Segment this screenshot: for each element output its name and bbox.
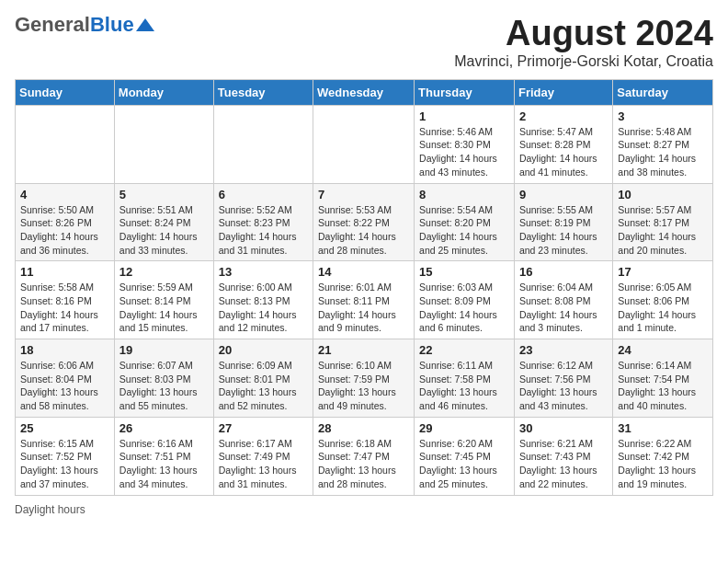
- title-block: August 2024 Mavrinci, Primorje-Gorski Ko…: [454, 15, 713, 70]
- calendar-cell: 26Sunrise: 6:16 AM Sunset: 7:51 PM Dayli…: [114, 417, 213, 495]
- cell-date: 16: [519, 265, 608, 279]
- calendar-cell: 24Sunrise: 6:14 AM Sunset: 7:54 PM Dayli…: [613, 339, 713, 418]
- logo-icon: [136, 15, 156, 35]
- calendar-cell: 25Sunrise: 6:15 AM Sunset: 7:52 PM Dayli…: [16, 417, 115, 495]
- cell-date: 17: [618, 265, 708, 279]
- cell-date: 22: [419, 343, 509, 357]
- calendar-day-header: Sunday: [16, 79, 115, 105]
- cell-info: Sunrise: 5:53 AM Sunset: 8:22 PM Dayligh…: [318, 203, 409, 258]
- calendar-cell: [213, 105, 313, 183]
- calendar-cell: 21Sunrise: 6:10 AM Sunset: 7:59 PM Dayli…: [313, 339, 415, 418]
- cell-date: 18: [20, 343, 109, 357]
- cell-date: 31: [618, 421, 708, 435]
- calendar-cell: 29Sunrise: 6:20 AM Sunset: 7:45 PM Dayli…: [415, 417, 515, 495]
- cell-info: Sunrise: 5:59 AM Sunset: 8:14 PM Dayligh…: [119, 281, 209, 335]
- cell-date: 21: [318, 343, 409, 357]
- calendar-cell: 13Sunrise: 6:00 AM Sunset: 8:13 PM Dayli…: [213, 261, 313, 339]
- calendar-cell: 16Sunrise: 6:04 AM Sunset: 8:08 PM Dayli…: [514, 261, 612, 339]
- calendar-cell: 30Sunrise: 6:21 AM Sunset: 7:43 PM Dayli…: [514, 417, 612, 495]
- page-header: GeneralBlue August 2024 Mavrinci, Primor…: [15, 15, 713, 70]
- calendar-week-row: 1Sunrise: 5:46 AM Sunset: 8:30 PM Daylig…: [16, 105, 713, 183]
- cell-date: 15: [419, 265, 509, 279]
- cell-info: Sunrise: 6:01 AM Sunset: 8:11 PM Dayligh…: [318, 281, 409, 335]
- cell-info: Sunrise: 6:15 AM Sunset: 7:52 PM Dayligh…: [20, 437, 109, 491]
- calendar-cell: [114, 105, 213, 183]
- daylight-label: Daylight hours: [15, 503, 85, 516]
- cell-date: 2: [519, 109, 608, 123]
- calendar-cell: 8Sunrise: 5:54 AM Sunset: 8:20 PM Daylig…: [415, 183, 515, 261]
- cell-date: 10: [618, 188, 708, 201]
- calendar-cell: 10Sunrise: 5:57 AM Sunset: 8:17 PM Dayli…: [613, 183, 713, 261]
- cell-info: Sunrise: 6:04 AM Sunset: 8:08 PM Dayligh…: [519, 281, 608, 335]
- cell-info: Sunrise: 6:11 AM Sunset: 7:58 PM Dayligh…: [419, 359, 509, 413]
- cell-date: 19: [119, 343, 209, 357]
- calendar-cell: 27Sunrise: 6:17 AM Sunset: 7:49 PM Dayli…: [213, 417, 313, 495]
- cell-date: 14: [318, 265, 409, 279]
- cell-date: 1: [419, 109, 509, 123]
- cell-date: 20: [219, 343, 308, 357]
- cell-date: 11: [20, 265, 109, 279]
- cell-date: 27: [219, 421, 308, 435]
- calendar-week-row: 11Sunrise: 5:58 AM Sunset: 8:16 PM Dayli…: [16, 261, 713, 339]
- cell-info: Sunrise: 5:48 AM Sunset: 8:27 PM Dayligh…: [618, 125, 708, 179]
- calendar-table: SundayMondayTuesdayWednesdayThursdayFrid…: [15, 79, 713, 496]
- cell-date: 13: [219, 265, 308, 279]
- cell-info: Sunrise: 6:06 AM Sunset: 8:04 PM Dayligh…: [20, 359, 109, 413]
- cell-info: Sunrise: 6:05 AM Sunset: 8:06 PM Dayligh…: [618, 281, 708, 335]
- calendar-cell: 14Sunrise: 6:01 AM Sunset: 8:11 PM Dayli…: [313, 261, 415, 339]
- cell-info: Sunrise: 6:14 AM Sunset: 7:54 PM Dayligh…: [618, 359, 708, 413]
- calendar-cell: 6Sunrise: 5:52 AM Sunset: 8:23 PM Daylig…: [213, 183, 313, 261]
- cell-info: Sunrise: 6:10 AM Sunset: 7:59 PM Dayligh…: [318, 359, 409, 413]
- calendar-cell: [16, 105, 115, 183]
- cell-date: 9: [519, 188, 608, 201]
- calendar-week-row: 18Sunrise: 6:06 AM Sunset: 8:04 PM Dayli…: [16, 339, 713, 418]
- calendar-cell: 20Sunrise: 6:09 AM Sunset: 8:01 PM Dayli…: [213, 339, 313, 418]
- calendar-cell: 4Sunrise: 5:50 AM Sunset: 8:26 PM Daylig…: [16, 183, 115, 261]
- cell-date: 8: [419, 188, 509, 201]
- cell-date: 3: [618, 109, 708, 123]
- calendar-cell: 18Sunrise: 6:06 AM Sunset: 8:04 PM Dayli…: [16, 339, 115, 418]
- calendar-day-header: Tuesday: [213, 79, 313, 105]
- logo-general: GeneralBlue: [15, 15, 134, 35]
- cell-date: 28: [318, 421, 409, 435]
- cell-date: 25: [20, 421, 109, 435]
- calendar-cell: 7Sunrise: 5:53 AM Sunset: 8:22 PM Daylig…: [313, 183, 415, 261]
- cell-date: 7: [318, 188, 409, 201]
- calendar-cell: 17Sunrise: 6:05 AM Sunset: 8:06 PM Dayli…: [613, 261, 713, 339]
- calendar-cell: 5Sunrise: 5:51 AM Sunset: 8:24 PM Daylig…: [114, 183, 213, 261]
- calendar-day-header: Monday: [114, 79, 213, 105]
- cell-date: 6: [219, 188, 308, 201]
- cell-date: 4: [20, 188, 109, 201]
- cell-info: Sunrise: 5:52 AM Sunset: 8:23 PM Dayligh…: [219, 203, 308, 258]
- cell-date: 26: [119, 421, 209, 435]
- cell-date: 5: [119, 188, 209, 201]
- cell-info: Sunrise: 6:21 AM Sunset: 7:43 PM Dayligh…: [519, 437, 608, 491]
- calendar-day-header: Thursday: [415, 79, 515, 105]
- calendar-cell: 19Sunrise: 6:07 AM Sunset: 8:03 PM Dayli…: [114, 339, 213, 418]
- calendar-cell: 22Sunrise: 6:11 AM Sunset: 7:58 PM Dayli…: [415, 339, 515, 418]
- logo: GeneralBlue: [15, 15, 156, 35]
- cell-info: Sunrise: 5:51 AM Sunset: 8:24 PM Dayligh…: [119, 203, 209, 258]
- cell-info: Sunrise: 5:46 AM Sunset: 8:30 PM Dayligh…: [419, 125, 509, 179]
- calendar-cell: 3Sunrise: 5:48 AM Sunset: 8:27 PM Daylig…: [613, 105, 713, 183]
- calendar-cell: 2Sunrise: 5:47 AM Sunset: 8:28 PM Daylig…: [514, 105, 612, 183]
- calendar-header-row: SundayMondayTuesdayWednesdayThursdayFrid…: [16, 79, 713, 105]
- cell-info: Sunrise: 6:20 AM Sunset: 7:45 PM Dayligh…: [419, 437, 509, 491]
- cell-info: Sunrise: 5:50 AM Sunset: 8:26 PM Dayligh…: [20, 203, 109, 258]
- cell-info: Sunrise: 5:54 AM Sunset: 8:20 PM Dayligh…: [419, 203, 509, 258]
- cell-info: Sunrise: 6:07 AM Sunset: 8:03 PM Dayligh…: [119, 359, 209, 413]
- calendar-week-row: 25Sunrise: 6:15 AM Sunset: 7:52 PM Dayli…: [16, 417, 713, 495]
- cell-info: Sunrise: 5:58 AM Sunset: 8:16 PM Dayligh…: [20, 281, 109, 335]
- calendar-cell: 15Sunrise: 6:03 AM Sunset: 8:09 PM Dayli…: [415, 261, 515, 339]
- calendar-cell: 23Sunrise: 6:12 AM Sunset: 7:56 PM Dayli…: [514, 339, 612, 418]
- svg-marker-0: [136, 18, 154, 31]
- page-subtitle: Mavrinci, Primorje-Gorski Kotar, Croatia: [454, 53, 713, 70]
- cell-date: 29: [419, 421, 509, 435]
- cell-info: Sunrise: 6:00 AM Sunset: 8:13 PM Dayligh…: [219, 281, 308, 335]
- calendar-cell: [313, 105, 415, 183]
- cell-info: Sunrise: 6:17 AM Sunset: 7:49 PM Dayligh…: [219, 437, 308, 491]
- calendar-cell: 12Sunrise: 5:59 AM Sunset: 8:14 PM Dayli…: [114, 261, 213, 339]
- cell-info: Sunrise: 6:12 AM Sunset: 7:56 PM Dayligh…: [519, 359, 608, 413]
- calendar-cell: 31Sunrise: 6:22 AM Sunset: 7:42 PM Dayli…: [613, 417, 713, 495]
- cell-date: 12: [119, 265, 209, 279]
